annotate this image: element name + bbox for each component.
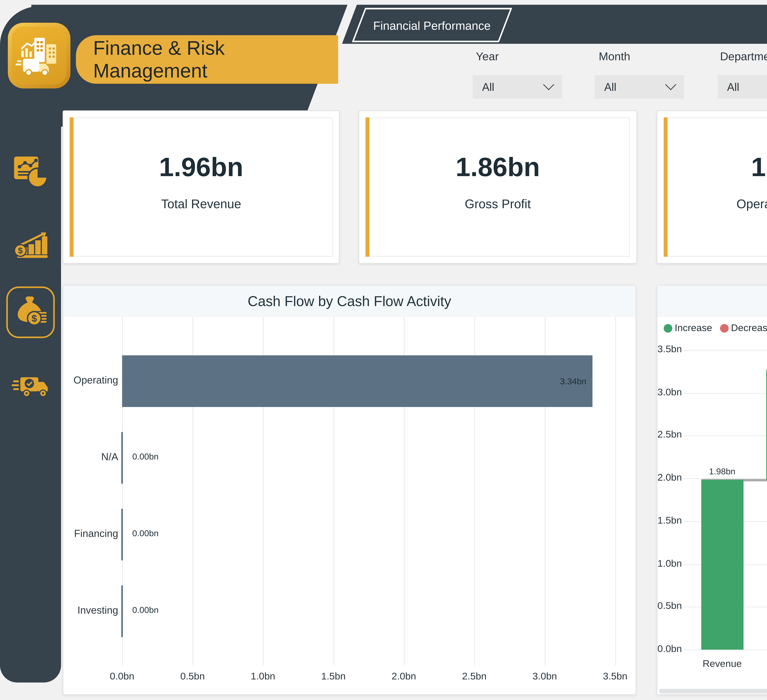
category-label: Investing — [64, 604, 118, 616]
month-dropdown[interactable]: All — [595, 75, 684, 99]
kpi-card-inner-border — [366, 117, 630, 257]
cash-flow-plot: 0.0bn0.5bn1.0bn1.5bn2.0bn2.5bn3.0bn3.5bn… — [64, 317, 636, 695]
y-axis-tick-label: 2.5bn — [657, 429, 679, 440]
bar-value-label: 0.00bn — [132, 452, 159, 461]
gridline — [683, 436, 767, 436]
svg-text:$: $ — [32, 313, 37, 324]
kpi-accent-bar — [366, 117, 369, 257]
x-axis-tick-label: 2.5bn — [457, 671, 492, 682]
tab-label: Financial Performance — [373, 18, 491, 32]
x-axis-tick-label: 0.0bn — [105, 671, 139, 682]
category-label: Operating — [64, 374, 118, 386]
x-axis-tick-label: 0.5bn — [175, 671, 210, 682]
kpi-card-total-revenue: 1.96bn Total Revenue — [63, 110, 340, 264]
cash-flow-chart-card: Cash Flow by Cash Flow Activity 0.0bn0.5… — [63, 285, 636, 695]
year-dropdown[interactable]: All — [473, 75, 562, 99]
axis-stub — [121, 432, 123, 484]
kpi-card-inner-border — [664, 117, 767, 257]
bar-value-label: 0.00bn — [132, 528, 159, 538]
analytics-report-icon — [12, 153, 49, 191]
gridline — [683, 350, 767, 351]
x-axis-tick-label: 3.5bn — [598, 671, 632, 682]
delivery-truck-icon — [12, 366, 49, 404]
kpi-accent-bar — [664, 117, 668, 257]
kpi-card-operating-expenses: 1.36bn Operating Expenses — [657, 110, 767, 264]
sidebar-item-growth[interactable]: $ — [12, 226, 49, 264]
bar-operating[interactable]: 3.34bn — [122, 355, 593, 407]
cash-flow-chart-title: Cash Flow by Cash Flow Activity — [64, 286, 635, 317]
dashboard-viewport: $ $ — [0, 0, 767, 700]
app-logo — [8, 23, 70, 89]
sidebar-item-finance-selected[interactable]: $ — [6, 286, 55, 338]
y-axis-tick-label: 3.5bn — [657, 344, 679, 355]
year-value: All — [482, 81, 545, 93]
department-value: All — [727, 81, 767, 93]
category-label: Revenue — [689, 657, 755, 670]
kpi-value: 1.36bn — [657, 152, 767, 182]
tab-financial-performance[interactable]: Financial Performance — [352, 8, 512, 42]
category-label: N/A — [64, 451, 118, 463]
axis-stub — [121, 585, 123, 637]
dashboard-page: $ $ — [0, 0, 767, 700]
filter-label-year: Year — [476, 50, 499, 63]
app-title: Finance & Risk Management — [93, 37, 338, 82]
kpi-label: Gross Profit — [359, 197, 636, 212]
y-axis-tick-label: 1.5bn — [657, 515, 679, 526]
category-label: Financing — [64, 528, 118, 539]
horizontal-scrollbar[interactable] — [659, 689, 767, 694]
kpi-label: Total Revenue — [64, 197, 339, 212]
svg-text:$: $ — [18, 246, 23, 255]
x-axis-tick-label: 1.0bn — [246, 671, 280, 682]
y-axis-tick-label: 1.0bn — [657, 558, 679, 569]
x-axis-tick-label: 2.0bn — [387, 671, 421, 682]
kpi-value: 1.96bn — [64, 152, 339, 182]
x-axis-tick-label: 1.5bn — [316, 671, 350, 682]
filter-label-month: Month — [599, 50, 630, 63]
gridline — [683, 650, 767, 651]
department-dropdown[interactable]: All — [718, 75, 767, 99]
category-label: COGS — [755, 657, 767, 670]
bar-value-label: 0.00bn — [132, 605, 159, 614]
bar-revenue[interactable] — [701, 480, 743, 649]
y-axis-tick-label: 3.0bn — [657, 387, 679, 397]
gridline — [615, 317, 616, 665]
kpi-accent-bar — [70, 117, 74, 257]
chevron-down-icon — [665, 79, 676, 90]
y-axis-tick-label: 0.0bn — [657, 643, 679, 654]
financials-chart-card: Financials by Category Increase Decrease… — [657, 285, 767, 695]
sidebar-item-analytics-report[interactable] — [12, 153, 49, 191]
bar-cogs[interactable] — [766, 371, 767, 480]
growth-chart-icon: $ — [12, 226, 49, 264]
x-axis-tick-label: 3.0bn — [528, 671, 562, 682]
axis-stub — [121, 509, 123, 560]
bar-value-label: 1.98bn — [697, 467, 747, 476]
month-value: All — [604, 81, 667, 93]
kpi-card-inner-border — [70, 117, 333, 257]
money-bag-icon: $ — [11, 293, 50, 332]
chevron-down-icon — [543, 79, 554, 90]
kpi-label: Operating Expenses — [657, 197, 767, 212]
filter-label-department: Department Name — [720, 50, 767, 63]
app-title-banner: Finance & Risk Management — [76, 35, 338, 84]
y-axis-tick-label: 0.5bn — [657, 601, 679, 611]
sidebar — [0, 6, 61, 682]
kpi-value: 1.86bn — [359, 152, 636, 182]
bar-value-label: 1.28bn — [762, 357, 767, 366]
y-axis-tick-label: 2.0bn — [657, 472, 679, 483]
bar-value-label: 3.34bn — [560, 377, 593, 386]
financials-plot: 0.0bn0.5bn1.0bn1.5bn2.0bn2.5bn3.0bn3.5bn… — [657, 286, 767, 695]
kpi-card-gross-profit: 1.86bn Gross Profit — [358, 110, 637, 264]
logo-icon — [12, 27, 67, 84]
sidebar-item-delivery[interactable] — [12, 366, 49, 404]
gridline — [683, 393, 767, 393]
